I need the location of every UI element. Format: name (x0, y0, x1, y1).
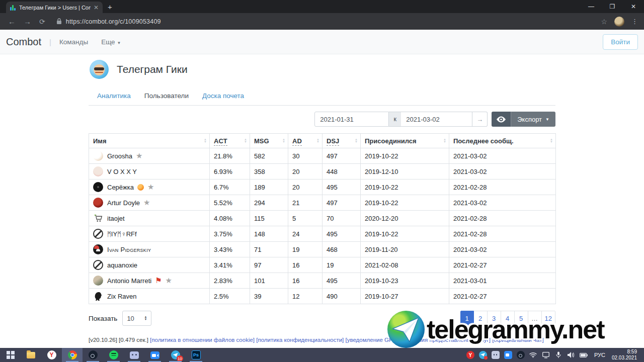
chevron-down-icon: ▼ (117, 41, 121, 45)
combot-logo[interactable]: Combot (6, 36, 41, 48)
joined-cell: 2019-10-22 (361, 148, 449, 164)
sort-icon[interactable]: ▲▼ (550, 138, 553, 143)
table-row[interactable]: Groosha★21.8%582304972019-10-222021-03-0… (89, 148, 556, 164)
sort-icon[interactable]: ▲▼ (443, 138, 446, 143)
back-button[interactable]: ← (8, 17, 16, 26)
taskbar-steam-icon[interactable] (83, 348, 103, 362)
last-message-cell: 2021-02-28 (449, 179, 556, 195)
taskbar-start-icon[interactable] (0, 348, 21, 362)
reload-button[interactable]: ⟳ (39, 18, 45, 26)
table-row[interactable]: Ivan Pidgerskiy3.43%71194682019-11-20202… (89, 242, 556, 257)
tray-yandex-icon[interactable] (466, 351, 474, 359)
user-name[interactable]: aquanoxie (107, 261, 137, 269)
export-button[interactable]: Экспорт▼ (511, 112, 555, 127)
taskbar-discord-icon[interactable] (124, 348, 144, 362)
column-header[interactable]: Присоединился▲▼ (361, 134, 449, 148)
table-row[interactable]: Zix Raven2.5%39124902019-10-272021-02-27 (89, 289, 556, 304)
taskbar-zoom-icon[interactable] (144, 348, 165, 362)
tray-display-icon[interactable] (542, 351, 550, 359)
tray-battery-icon[interactable] (580, 351, 588, 359)
table-row[interactable]: ᛗIYᛗ♀RFf3.75%148244952019-10-222021-02-2… (89, 226, 556, 242)
footer-link[interactable]: [политика конфиденциальности] (256, 337, 344, 343)
tab-close-icon[interactable]: ✕ (94, 4, 99, 11)
taskbar-spotify-icon[interactable] (103, 348, 124, 362)
table-row[interactable]: Antonio Marreti⚑★2.83%101164952019-10-23… (89, 273, 556, 289)
column-header[interactable]: MSG▲▼ (250, 134, 288, 148)
sort-icon[interactable]: ▲▼ (282, 138, 285, 143)
ad-cell: 12 (288, 289, 323, 304)
table-row[interactable]: Artur Doyle★5.52%294214972019-10-222021-… (89, 195, 556, 211)
ad-cell: 21 (288, 195, 323, 211)
date-to-input[interactable]: 2021-03-02 (401, 112, 472, 127)
name-cell: V O X X Y (89, 164, 210, 179)
tray-wifi-icon[interactable] (529, 351, 537, 359)
login-button[interactable]: Войти (603, 34, 638, 50)
column-header[interactable]: ACT▲▼ (210, 134, 250, 148)
user-name[interactable]: Ivan Pidgerskiy (107, 246, 151, 253)
window-maximize-button[interactable]: ❐ (602, 0, 623, 13)
tray-mic-icon[interactable] (554, 351, 562, 359)
msg-cell: 582 (250, 148, 288, 164)
joined-cell: 2019-12-10 (361, 164, 449, 179)
tray-steam-icon[interactable] (517, 351, 525, 359)
user-name[interactable]: ᛗIYᛗ♀RFf (107, 230, 137, 238)
telegram-globe-icon (387, 311, 425, 348)
table-row[interactable]: Серёжка★6.7%189204952019-10-222021-02-28 (89, 179, 556, 195)
user-name[interactable]: Antonio Marreti (107, 277, 151, 285)
per-page-select[interactable]: 10 ▲▼ (122, 311, 151, 326)
msg-cell: 39 (250, 289, 288, 304)
user-name[interactable]: Серёжка (107, 184, 134, 191)
tray-language[interactable]: РУС (594, 352, 605, 358)
column-header[interactable]: Имя▲▼ (89, 134, 210, 148)
tab-link[interactable]: Аналитика (97, 92, 131, 100)
sort-icon[interactable]: ▲▼ (204, 138, 207, 143)
group-tabs: АналитикаПользователиДоска почета (89, 92, 555, 106)
taskbar-yandex-icon[interactable] (41, 348, 62, 362)
user-name[interactable]: Zix Raven (107, 293, 137, 300)
browser-menu-icon[interactable]: ⋮ (631, 18, 638, 25)
taskbar-photoshop-icon[interactable] (186, 348, 206, 362)
browser-profile-avatar[interactable] (614, 17, 624, 27)
tray-telegram-icon[interactable] (479, 351, 487, 359)
tray-clock[interactable]: 8:59 02.03.2021 (612, 349, 640, 361)
footer-link[interactable]: [политика в отношении файлов cookie] (150, 337, 255, 343)
last-message-cell: 2021-03-02 (449, 242, 556, 257)
table-row[interactable]: itaojet4.08%1155702020-12-202021-02-28 (89, 211, 556, 226)
window-close-button[interactable]: ✕ (623, 0, 644, 13)
user-name[interactable]: itaojet (107, 215, 125, 222)
bookmark-star-icon[interactable]: ☆ (601, 18, 607, 26)
window-minimize-button[interactable]: — (581, 0, 602, 13)
apply-dates-button[interactable]: → (472, 112, 488, 127)
sort-icon[interactable]: ▲▼ (244, 138, 247, 143)
ad-cell: 5 (288, 211, 323, 226)
tray-zoom-icon[interactable] (504, 351, 512, 359)
forward-button[interactable]: → (24, 17, 31, 26)
act-cell: 6.93% (210, 164, 250, 179)
date-from-input[interactable]: 2021-01-31 (314, 112, 389, 127)
browser-tab[interactable]: Телеграм Гики > Users | Combo ✕ (6, 2, 103, 13)
column-header[interactable]: AD▲▼ (288, 134, 323, 148)
sort-icon[interactable]: ▲▼ (316, 138, 319, 143)
sort-icon[interactable]: ▲▼ (355, 138, 358, 143)
new-tab-button[interactable]: + (108, 3, 112, 11)
tray-discord-icon[interactable] (492, 351, 500, 359)
user-name[interactable]: Artur Doyle (107, 199, 140, 207)
taskbar-telegram-icon[interactable]: 10 (165, 348, 186, 362)
nav-item-commands[interactable]: Команды (59, 38, 88, 46)
table-row[interactable]: V O X X Y6.93%358204482019-12-102021-03-… (89, 164, 556, 179)
taskbar-chrome-icon[interactable] (62, 348, 83, 362)
table-row[interactable]: aquanoxie3.41%9716192021-02-082021-02-27 (89, 257, 556, 273)
tray-volume-icon[interactable] (567, 351, 575, 359)
nav-item-more[interactable]: Еще▼ (101, 38, 121, 46)
visibility-button[interactable] (492, 112, 511, 127)
taskbar-explorer-icon[interactable] (21, 348, 41, 362)
column-header[interactable]: DSJ▲▼ (323, 134, 361, 148)
url-field[interactable]: https://combot.org/c/1009053409 (66, 18, 161, 25)
act-cell: 4.08% (210, 211, 250, 226)
date-to-label: к (389, 112, 401, 127)
user-name[interactable]: V O X X Y (107, 168, 137, 175)
tab-active[interactable]: Пользователи (144, 92, 189, 100)
column-header[interactable]: Последнее сообщ.▲▼ (449, 134, 556, 148)
tab-link[interactable]: Доска почета (202, 92, 244, 100)
user-name[interactable]: Groosha (107, 152, 132, 160)
